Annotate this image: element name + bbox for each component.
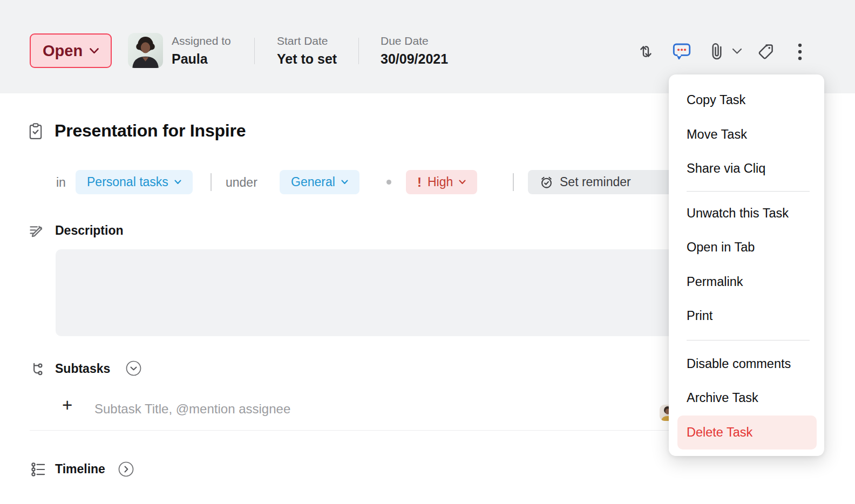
chevron-down-icon xyxy=(341,180,348,185)
add-subtask-button[interactable]: + xyxy=(62,396,72,414)
menu-item-unwatch-task[interactable]: Unwatch this Task xyxy=(669,196,824,231)
due-date-value: 30/09/2021 xyxy=(381,51,448,67)
chevron-down-icon xyxy=(90,48,99,54)
priority-exclamation-icon: ! xyxy=(417,175,422,190)
chevron-right-circle-icon xyxy=(118,461,134,477)
tag-icon[interactable] xyxy=(757,43,775,60)
status-dropdown-button[interactable]: Open xyxy=(30,33,112,68)
task-title[interactable]: Presentation for Inspire xyxy=(55,121,246,141)
task-options-menu: Copy Task Move Task Share via Cliq Unwat… xyxy=(669,74,824,456)
attachment-icon[interactable] xyxy=(709,42,724,62)
assignee-name: Paula xyxy=(172,51,231,67)
start-date-label: Start Date xyxy=(277,35,337,47)
task-detail-screen: Open Assigned to Paula Start Date Yet to… xyxy=(0,0,855,504)
description-icon xyxy=(28,222,45,239)
subtasks-collapse-button[interactable] xyxy=(126,360,141,376)
subtasks-heading: Subtasks xyxy=(55,362,110,376)
chevron-down-icon xyxy=(174,180,181,185)
more-options-icon[interactable] xyxy=(796,43,804,61)
in-label: in xyxy=(56,175,66,190)
task-list-dropdown[interactable]: Personal tasks xyxy=(76,170,193,194)
swap-vertical-icon[interactable] xyxy=(637,43,654,60)
menu-item-copy-task[interactable]: Copy Task xyxy=(669,83,824,118)
due-date-field[interactable]: Due Date 30/09/2021 xyxy=(381,35,448,67)
task-list-value: Personal tasks xyxy=(87,175,168,189)
alarm-clock-icon xyxy=(539,175,554,189)
timeline-expand-button[interactable] xyxy=(118,461,134,477)
task-group-dropdown[interactable]: General xyxy=(280,170,359,194)
due-date-label: Due Date xyxy=(381,35,448,47)
subtask-title-input[interactable] xyxy=(94,398,596,420)
timeline-icon xyxy=(30,461,46,478)
person-photo-icon xyxy=(128,33,163,68)
assignee-field[interactable]: Assigned to Paula xyxy=(172,35,231,67)
header-divider xyxy=(358,38,359,64)
priority-value: High xyxy=(428,175,453,189)
menu-item-disable-comments[interactable]: Disable comments xyxy=(669,347,824,382)
menu-item-move-task[interactable]: Move Task xyxy=(669,118,824,152)
menu-item-permalink[interactable]: Permalink xyxy=(669,265,824,299)
task-group-value: General xyxy=(291,175,335,189)
menu-item-open-in-tab[interactable]: Open in Tab xyxy=(669,230,824,265)
under-label: under xyxy=(226,175,257,190)
subtasks-icon xyxy=(30,360,46,376)
attachment-chevron-icon[interactable] xyxy=(732,48,742,55)
chevron-down-circle-icon xyxy=(126,360,141,376)
meta-divider xyxy=(211,173,212,191)
menu-item-delete-task[interactable]: Delete Task xyxy=(677,416,817,450)
priority-dropdown[interactable]: ! High xyxy=(406,170,477,194)
menu-item-print[interactable]: Print xyxy=(669,299,824,333)
status-label: Open xyxy=(43,42,83,60)
set-reminder-label: Set reminder xyxy=(560,175,631,189)
timeline-heading: Timeline xyxy=(55,462,105,476)
chevron-down-icon xyxy=(459,180,466,185)
dot-separator xyxy=(386,180,391,185)
description-heading: Description xyxy=(55,223,124,238)
start-date-field[interactable]: Start Date Yet to set xyxy=(277,35,337,67)
meta-divider xyxy=(513,173,514,191)
comments-icon[interactable] xyxy=(672,41,691,62)
menu-divider xyxy=(687,191,810,192)
menu-item-archive-task[interactable]: Archive Task xyxy=(669,381,824,416)
menu-divider xyxy=(687,340,810,340)
assignee-label: Assigned to xyxy=(172,35,231,47)
assignee-avatar[interactable] xyxy=(128,33,163,68)
menu-item-share-via-cliq[interactable]: Share via Cliq xyxy=(669,152,824,186)
start-date-value: Yet to set xyxy=(277,51,337,67)
set-reminder-button[interactable]: Set reminder xyxy=(528,170,690,194)
header-divider xyxy=(254,38,255,64)
task-type-icon xyxy=(28,122,43,140)
